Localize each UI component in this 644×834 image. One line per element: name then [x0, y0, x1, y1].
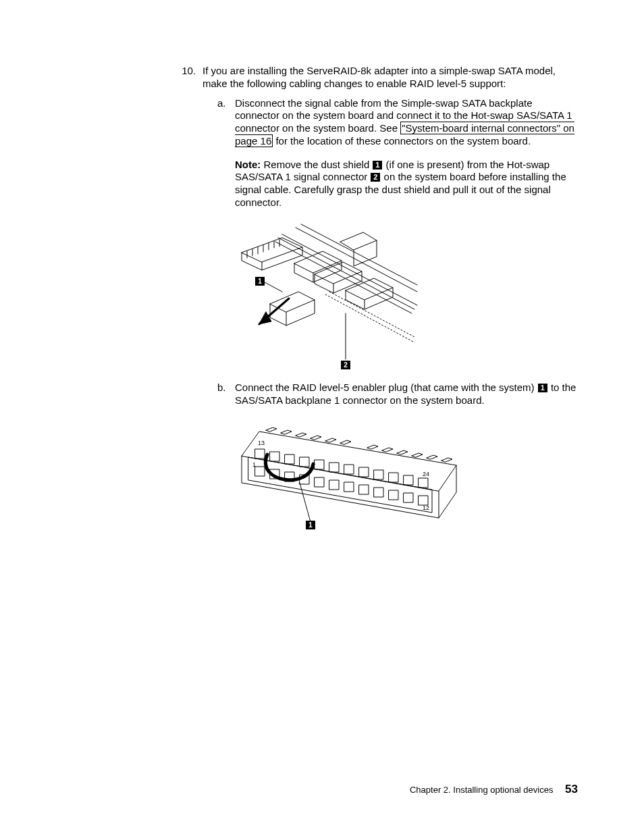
step-intro: If you are installing the ServeRAID-8k a… [203, 65, 556, 89]
svg-rect-20 [389, 473, 398, 482]
dust-shield-illustration: 1 2 [235, 217, 419, 369]
callout-2: 2 [371, 173, 380, 182]
svg-rect-14 [344, 465, 354, 474]
svg-rect-24 [419, 478, 428, 488]
svg-rect-22 [404, 475, 413, 485]
svg-rect-17 [359, 485, 369, 494]
pin-24: 24 [423, 471, 429, 477]
fig1-callout-1: 1 [258, 278, 262, 285]
footer-page-number: 53 [565, 783, 578, 796]
svg-rect-12 [329, 463, 339, 472]
step-number: 10. [177, 65, 203, 78]
svg-rect-4 [270, 452, 279, 461]
svg-rect-6 [285, 454, 294, 464]
svg-rect-23 [404, 493, 413, 502]
svg-rect-15 [344, 482, 354, 492]
enabler-plug-illustration: 13 1 24 12 1 [235, 415, 464, 530]
svg-rect-21 [389, 490, 398, 500]
note-text-1: Remove the dust shield [264, 159, 373, 170]
b-text-1: Connect the RAID level-5 enabler plug (t… [235, 382, 537, 393]
svg-rect-18 [374, 470, 383, 479]
figure-2: 13 1 24 12 1 [235, 415, 579, 533]
note-label: Note: [235, 159, 261, 170]
fig1-callout-2: 2 [344, 361, 348, 369]
svg-rect-13 [329, 480, 339, 490]
sub-letter-b: b. [217, 382, 235, 394]
svg-rect-3 [255, 467, 265, 476]
fig2-callout-1: 1 [308, 521, 313, 529]
callout-b1: 1 [538, 384, 547, 392]
note-block: Note: Remove the dust shield 1 (if one i… [235, 159, 579, 209]
figure-1: 1 2 [235, 217, 579, 373]
pin-1: 1 [252, 461, 256, 468]
callout-1: 1 [373, 161, 382, 170]
sub-list: a. Disconnect the signal cable from the … [203, 97, 579, 533]
ordered-step-10: 10. If you are installing the ServeRAID-… [177, 65, 579, 533]
page-footer: Chapter 2. Installing optional devices 5… [410, 782, 578, 796]
step-body: If you are installing the ServeRAID-8k a… [203, 65, 579, 533]
sub-letter-a: a. [217, 97, 235, 110]
svg-rect-19 [374, 488, 383, 497]
sub-item-a: a. Disconnect the signal cable from the … [217, 97, 579, 148]
sub-body-a: Disconnect the signal cable from the Sim… [235, 97, 579, 148]
svg-rect-10 [315, 460, 324, 469]
svg-rect-16 [359, 467, 369, 477]
svg-rect-11 [315, 477, 324, 487]
page-content: 10. If you are installing the ServeRAID-… [177, 65, 579, 540]
footer-chapter: Chapter 2. Installing optional devices [410, 785, 553, 795]
pin-13: 13 [258, 440, 265, 446]
a-text-2: for the location of these connectors on … [273, 135, 531, 147]
svg-rect-2 [255, 449, 265, 459]
sub-item-b: b. Connect the RAID level-5 enabler plug… [217, 382, 579, 407]
svg-rect-8 [300, 457, 309, 467]
pin-12: 12 [423, 504, 429, 511]
svg-rect-25 [419, 496, 428, 505]
sub-body-b: Connect the RAID level-5 enabler plug (t… [235, 382, 579, 407]
